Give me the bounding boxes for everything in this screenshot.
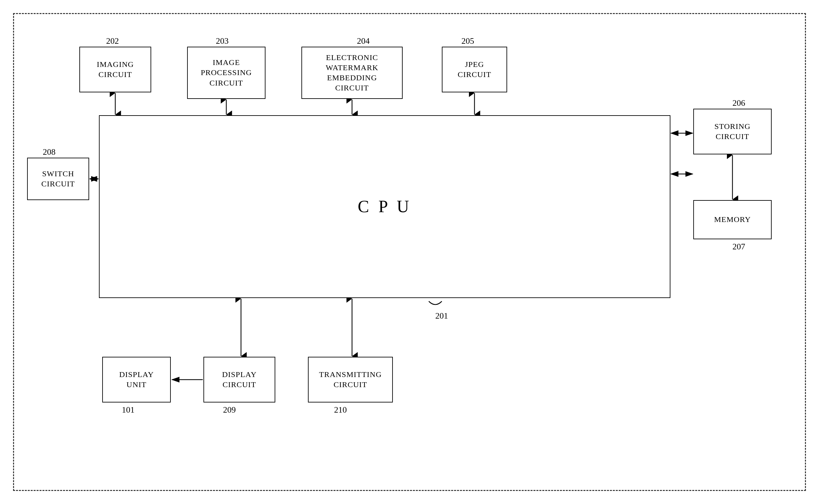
ref-204: 204 [357,36,370,46]
ref-207: 207 [732,242,745,252]
memory-label: MEMORY [714,214,751,225]
storing-circuit-block: STORINGCIRCUIT [693,109,772,154]
ref-202: 202 [106,36,119,46]
transmitting-circuit-block: TRANSMITTINGCIRCUIT [308,357,393,402]
image-processing-label: IMAGEPROCESSINGCIRCUIT [201,57,252,88]
memory-block: MEMORY [693,200,772,239]
jpeg-circuit-block: JPEGCIRCUIT [442,47,507,92]
watermark-label: ELECTRONICWATERMARK EMBEDDINGCIRCUIT [302,53,402,93]
transmitting-circuit-label: TRANSMITTINGCIRCUIT [319,370,382,390]
display-circuit-block: DISPLAYCIRCUIT [203,357,275,402]
switch-circuit-label: SWITCHCIRCUIT [41,169,75,189]
ref-101: 101 [122,405,134,415]
imaging-circuit-label: IMAGINGCIRCUIT [97,59,134,80]
diagram-container: C P U IMAGINGCIRCUIT 202 IMAGEPROCESSING… [13,13,806,491]
imaging-circuit-block: IMAGINGCIRCUIT [79,47,151,92]
cpu-label: C P U [357,196,412,218]
watermark-block: ELECTRONICWATERMARK EMBEDDINGCIRCUIT [301,47,402,99]
display-circuit-label: DISPLAYCIRCUIT [222,370,257,390]
jpeg-circuit-label: JPEGCIRCUIT [458,59,492,80]
cpu-block: C P U [99,115,670,298]
storing-circuit-label: STORINGCIRCUIT [715,121,751,142]
switch-circuit-block: SWITCHCIRCUIT [27,158,89,200]
ref-205: 205 [462,36,474,46]
image-processing-block: IMAGEPROCESSINGCIRCUIT [187,47,265,99]
display-unit-label: DISPLAYUNIT [119,370,154,390]
ref-209: 209 [223,405,236,415]
ref-203: 203 [216,36,228,46]
ref-201: 201 [435,311,448,321]
ref-206: 206 [732,98,745,108]
display-unit-block: DISPLAYUNIT [102,357,171,402]
ref-210: 210 [334,405,347,415]
ref-208: 208 [43,147,55,157]
